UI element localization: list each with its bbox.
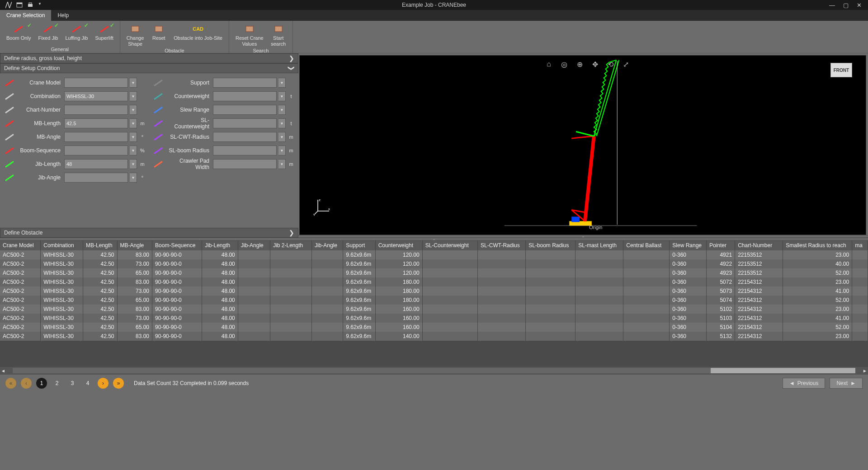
field-input[interactable] bbox=[213, 78, 277, 88]
field-input[interactable] bbox=[64, 146, 128, 155]
splitter-horizontal[interactable]: •• bbox=[298, 235, 868, 238]
column-header[interactable]: Support bbox=[343, 240, 375, 250]
column-header[interactable]: Chart-Number bbox=[735, 240, 783, 250]
tab-crane-selection[interactable]: Crane Selection bbox=[0, 10, 51, 21]
column-header[interactable]: SL-mast Length bbox=[576, 240, 623, 250]
field-input[interactable] bbox=[64, 132, 128, 142]
dropdown-icon[interactable]: ▼ bbox=[38, 2, 44, 8]
dropdown-icon[interactable]: ▼ bbox=[278, 78, 286, 88]
dropdown-icon[interactable]: ▼ bbox=[278, 105, 286, 115]
field-input[interactable] bbox=[213, 91, 277, 101]
section-define-obstacle[interactable]: Define Obstacle ❯ bbox=[0, 228, 298, 238]
pager-page[interactable]: 4 bbox=[82, 378, 93, 389]
column-header[interactable]: SL-Counterweight bbox=[422, 240, 477, 250]
column-header[interactable]: Smallest Radius to reach bbox=[783, 240, 852, 250]
column-header[interactable]: Slew Range bbox=[670, 240, 707, 250]
field-input[interactable] bbox=[64, 78, 128, 88]
dropdown-icon[interactable]: ▼ bbox=[130, 159, 137, 169]
dropdown-icon[interactable]: ▼ bbox=[278, 146, 286, 155]
field-input[interactable]: 48 bbox=[64, 159, 128, 169]
dropdown-icon[interactable]: ▼ bbox=[130, 173, 137, 183]
table-row[interactable]: AC500-2WIHISSL-3042.5083.0090-90-90-048.… bbox=[0, 277, 868, 287]
field-input[interactable]: 42.5 bbox=[64, 118, 128, 128]
reset-button[interactable]: Reset bbox=[147, 23, 170, 42]
dropdown-icon[interactable]: ▼ bbox=[278, 91, 286, 101]
column-header[interactable]: ma bbox=[852, 240, 868, 250]
app-logo-icon[interactable] bbox=[5, 2, 12, 8]
pager-last[interactable]: » bbox=[113, 378, 124, 389]
table-row[interactable]: AC500-2WIHISSL-3042.5073.0090-90-90-048.… bbox=[0, 259, 868, 268]
search-button[interactable]: Start search bbox=[267, 23, 290, 48]
field-input[interactable]: WIHISSL-30 bbox=[64, 91, 128, 101]
pager-page[interactable]: 3 bbox=[67, 378, 78, 389]
column-header[interactable]: Combination bbox=[41, 240, 83, 250]
column-header[interactable]: Jib-Angle bbox=[238, 240, 270, 250]
print-icon[interactable] bbox=[27, 2, 33, 8]
dropdown-icon[interactable]: ▼ bbox=[130, 91, 137, 101]
reset-crane-button[interactable]: Reset Crane Values bbox=[232, 23, 267, 48]
pager-page[interactable]: 1 bbox=[36, 378, 47, 389]
cad-button[interactable]: CADObstacle into Job-Site bbox=[170, 23, 226, 42]
results-table[interactable]: Crane ModelCombinationMB-LengthMB-AngleB… bbox=[0, 240, 868, 341]
field-input[interactable] bbox=[213, 105, 277, 115]
column-header[interactable]: Crane Model bbox=[0, 240, 41, 250]
fixed-jib-button[interactable]: ✓Fixed Jib bbox=[34, 23, 61, 42]
shape-button[interactable]: Change Shape bbox=[123, 23, 148, 48]
svg-text:x: x bbox=[328, 207, 330, 211]
dropdown-icon[interactable]: ▼ bbox=[130, 118, 137, 128]
table-row[interactable]: AC500-2WIHISSL-3042.5065.0090-90-90-048.… bbox=[0, 296, 868, 305]
column-header[interactable]: Jib-Angle bbox=[311, 240, 343, 250]
horizontal-scrollbar[interactable]: ◄ ► bbox=[0, 367, 868, 374]
section-define-setup[interactable]: Define Setup Condition ❯ bbox=[0, 63, 298, 73]
tab-help[interactable]: Help bbox=[51, 10, 75, 21]
table-row[interactable]: AC500-2WIHISSL-3042.5083.0090-90-90-048.… bbox=[0, 332, 868, 341]
scrollbar-thumb[interactable] bbox=[711, 368, 855, 373]
scroll-right-icon[interactable]: ► bbox=[862, 368, 868, 373]
field-input[interactable] bbox=[213, 146, 277, 155]
table-row[interactable]: AC500-2WIHISSL-3042.5073.0090-90-90-048.… bbox=[0, 287, 868, 296]
column-header[interactable]: Boom-Sequence bbox=[152, 240, 202, 250]
column-header[interactable]: Counterweight bbox=[375, 240, 422, 250]
field-input[interactable] bbox=[64, 105, 128, 115]
field-input[interactable] bbox=[64, 173, 128, 183]
pager-page[interactable]: 2 bbox=[52, 378, 62, 389]
boom-button[interactable]: ✓Boom Only bbox=[3, 23, 34, 42]
column-header[interactable]: Jib 2-Length bbox=[270, 240, 312, 250]
next-button[interactable]: Next► bbox=[830, 378, 863, 389]
pager-first[interactable]: « bbox=[5, 378, 16, 389]
table-row[interactable]: AC500-2WIHISSL-3042.5083.0090-90-90-048.… bbox=[0, 305, 868, 314]
previous-button[interactable]: ◄Previous bbox=[783, 378, 826, 389]
viewport-3d[interactable]: ⌂ ◎ ⊕ ✥ ⟲ ⤢ FRONT bbox=[299, 55, 866, 235]
table-row[interactable]: AC500-2WIHISSL-3042.5065.0090-90-90-048.… bbox=[0, 323, 868, 332]
column-header[interactable]: Central Ballast bbox=[623, 240, 670, 250]
table-row[interactable]: AC500-2WIHISSL-3042.5083.0090-90-90-048.… bbox=[0, 250, 868, 259]
column-header[interactable]: Jib-Length bbox=[202, 240, 238, 250]
field-input[interactable] bbox=[213, 118, 277, 128]
luffing-jib-button[interactable]: ✓Luffing Jib bbox=[61, 23, 91, 42]
column-header[interactable]: MB-Length bbox=[83, 240, 117, 250]
pager-next[interactable]: › bbox=[98, 378, 108, 389]
table-row[interactable]: AC500-2WIHISSL-3042.5065.0090-90-90-048.… bbox=[0, 268, 868, 277]
field-input[interactable] bbox=[213, 159, 277, 169]
column-header[interactable]: SL-CWT-Radius bbox=[478, 240, 526, 250]
minimize-button[interactable]: — bbox=[829, 2, 835, 9]
column-header[interactable]: MB-Angle bbox=[117, 240, 152, 250]
field-input[interactable] bbox=[213, 132, 277, 142]
dropdown-icon[interactable]: ▼ bbox=[278, 159, 286, 169]
column-header[interactable]: SL-boom Radius bbox=[526, 240, 576, 250]
dropdown-icon[interactable]: ▼ bbox=[278, 132, 286, 142]
section-define-load[interactable]: Define radius, gross load, height ❯ bbox=[0, 53, 298, 63]
dropdown-icon[interactable]: ▼ bbox=[278, 118, 286, 128]
window-icon[interactable] bbox=[16, 2, 23, 8]
close-button[interactable]: ✕ bbox=[857, 2, 862, 9]
dropdown-icon[interactable]: ▼ bbox=[130, 105, 137, 115]
column-header[interactable]: Pointer bbox=[706, 240, 735, 250]
dropdown-icon[interactable]: ▼ bbox=[130, 78, 137, 88]
pager-prev[interactable]: ‹ bbox=[21, 378, 32, 389]
superlift-button[interactable]: ✓Superlift bbox=[91, 23, 117, 42]
dropdown-icon[interactable]: ▼ bbox=[130, 132, 137, 142]
scroll-left-icon[interactable]: ◄ bbox=[0, 368, 6, 373]
maximize-button[interactable]: ▢ bbox=[843, 2, 849, 9]
dropdown-icon[interactable]: ▼ bbox=[130, 146, 137, 155]
table-row[interactable]: AC500-2WIHISSL-3042.5073.0090-90-90-048.… bbox=[0, 314, 868, 323]
